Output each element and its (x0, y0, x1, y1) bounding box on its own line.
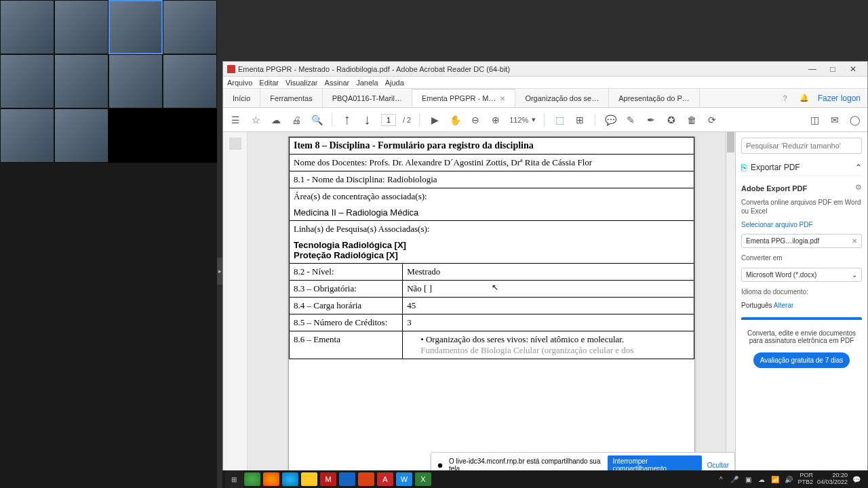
mendeley-icon[interactable]: M (320, 472, 336, 486)
zoom-in-icon[interactable]: ⊕ (489, 113, 502, 127)
tray-mic-icon[interactable]: 🎤 (730, 474, 739, 484)
trial-button[interactable]: Avaliação gratuita de 7 dias (753, 352, 850, 368)
sign-icon[interactable]: ✒ (644, 113, 658, 127)
edge-icon[interactable] (282, 472, 298, 486)
tab-doc-1[interactable]: PBQA0116-T-Maril… (323, 89, 412, 107)
language-indicator[interactable]: POR PTB2 (797, 472, 813, 486)
pointer-icon[interactable]: ▶ (428, 113, 441, 127)
vertical-scrollbar[interactable]: ▲ ▼ (726, 132, 735, 487)
menu-editar[interactable]: Editar (259, 79, 279, 87)
tab-home[interactable]: Início (223, 89, 260, 107)
maximize-button[interactable]: □ (823, 63, 843, 75)
titlebar: Ementa PPGPR - Mestrado - Radiobilogia.p… (223, 62, 867, 77)
bell-icon[interactable]: 🔔 (799, 93, 810, 104)
tray-network-icon[interactable]: 📶 (770, 474, 780, 484)
expand-panel-tab[interactable]: ▸ (217, 258, 222, 285)
chrome-icon[interactable] (244, 472, 260, 486)
format-select[interactable]: Microsoft Word (*.docx) ⌄ (741, 268, 862, 282)
print-icon[interactable]: 🖨 (290, 113, 303, 127)
highlight-icon[interactable]: ✎ (624, 113, 637, 127)
scroll-thumb[interactable] (727, 132, 734, 152)
fit-width-icon[interactable]: ⬚ (553, 113, 566, 127)
tray-chevron-icon[interactable]: ^ (716, 474, 726, 484)
promo-text: Converta, edite e envie documentos para … (741, 329, 862, 344)
tab-label: PBQA0116-T-Maril… (332, 94, 402, 102)
participant-tile[interactable] (0, 0, 54, 54)
tray-volume-icon[interactable]: 🔊 (784, 474, 793, 484)
participant-tile[interactable] (0, 54, 54, 108)
mail-icon[interactable]: ✉ (828, 113, 842, 127)
stamp-icon[interactable]: ✪ (665, 113, 678, 127)
star-icon[interactable]: ☆ (249, 113, 262, 127)
doc-linhas-label: Linha(s) de Pesquisa(s) Associadas(s): (294, 224, 690, 235)
participant-tile[interactable] (163, 54, 217, 108)
notifications-icon[interactable]: 💬 (852, 474, 861, 484)
shield-icon[interactable] (339, 472, 355, 486)
menu-ajuda[interactable]: Ajuda (385, 79, 404, 87)
menu-janela[interactable]: Janela (356, 79, 378, 87)
row-ementa-value: • Organização dos seres vivos: nível atô… (403, 331, 694, 359)
page-up-icon[interactable]: ⭡ (340, 113, 354, 127)
hand-icon[interactable]: ✋ (448, 113, 462, 127)
menu-assinar[interactable]: Assinar (325, 79, 350, 87)
doc-title: Item 8 – Disciplina - Formulário para re… (290, 138, 694, 155)
explorer-icon[interactable] (301, 472, 317, 486)
participant-tile[interactable] (54, 108, 108, 163)
tab-doc-2-active[interactable]: Ementa PPGPR - M…✕ (412, 89, 515, 107)
export-pdf-section[interactable]: ⎘ Exportar PDF ⌃ (741, 159, 862, 176)
remove-file-icon[interactable]: ✕ (852, 237, 857, 245)
delete-icon[interactable]: 🗑 (685, 113, 698, 127)
hide-share-button[interactable]: Ocultar (707, 462, 729, 469)
page-number-input[interactable] (381, 114, 396, 126)
help-icon[interactable]: ? (780, 93, 791, 104)
participant-tile[interactable] (54, 54, 108, 108)
page-down-icon[interactable]: ⭣ (361, 113, 374, 127)
row-nivel-label: 8.2 - Nível: (290, 264, 403, 281)
sidebar-toggle-icon[interactable]: ☰ (229, 113, 242, 127)
settings-icon[interactable]: ⚙ (855, 183, 862, 192)
document-pane[interactable]: Item 8 – Disciplina - Formulário para re… (248, 132, 735, 487)
comment-icon[interactable]: 💬 (604, 113, 617, 127)
participant-tile[interactable] (0, 108, 54, 163)
search-input[interactable] (741, 138, 862, 154)
acrobat-taskbar-icon[interactable]: A (377, 472, 393, 486)
account-icon[interactable]: ◯ (848, 113, 862, 127)
tray-battery-icon[interactable]: ▣ (743, 474, 753, 484)
participant-tile-active[interactable] (108, 0, 163, 54)
conference-panel (0, 163, 217, 488)
word-icon[interactable]: W (396, 472, 412, 486)
language-label: Idioma do documento: (741, 287, 862, 296)
acrobat-window: Ementa PPGPR - Mestrado - Radiobilogia.p… (222, 61, 868, 488)
change-language-link[interactable]: Alterar (774, 302, 793, 309)
pdf-page: Item 8 – Disciplina - Formulário para re… (288, 136, 695, 475)
thumbnails-icon[interactable] (229, 138, 241, 150)
clock[interactable]: 20:20 04/03/2022 (817, 472, 848, 486)
convert-button-top[interactable] (741, 317, 862, 320)
file-name: Ementa PPG…ilogia.pdf (746, 237, 819, 245)
select-file-link[interactable]: Selecionar arquivo PDF (741, 221, 862, 228)
close-button[interactable]: ✕ (843, 63, 863, 75)
zoom-out-icon[interactable]: ⊖ (469, 113, 482, 127)
login-link[interactable]: Fazer logon (818, 94, 861, 103)
firefox-icon[interactable] (263, 472, 279, 486)
excel-icon[interactable]: X (415, 472, 431, 486)
tab-doc-4[interactable]: Apresentação do P… (609, 89, 700, 107)
start-button[interactable]: ⊞ (225, 470, 243, 488)
minimize-button[interactable]: — (802, 63, 823, 75)
close-icon[interactable]: ✕ (500, 95, 505, 102)
powerpoint-icon[interactable] (358, 472, 374, 486)
zoom-level[interactable]: 112% ▾ (509, 115, 536, 124)
erase-icon[interactable]: ◫ (808, 113, 821, 127)
rotate-icon[interactable]: ⟳ (705, 113, 719, 127)
participant-tile[interactable] (54, 0, 108, 54)
tab-doc-3[interactable]: Organização dos se… (515, 89, 609, 107)
participant-tile[interactable] (163, 0, 217, 54)
search-icon[interactable]: 🔍 (310, 113, 323, 127)
tray-onedrive-icon[interactable]: ☁ (757, 474, 766, 484)
tab-tools[interactable]: Ferramentas (260, 89, 322, 107)
fit-page-icon[interactable]: ⊞ (573, 113, 587, 127)
cloud-upload-icon[interactable]: ☁ (269, 113, 283, 127)
participant-tile[interactable] (108, 54, 163, 108)
menu-arquivo[interactable]: Arquivo (227, 79, 252, 87)
menu-visualizar[interactable]: Visualizar (285, 79, 318, 87)
